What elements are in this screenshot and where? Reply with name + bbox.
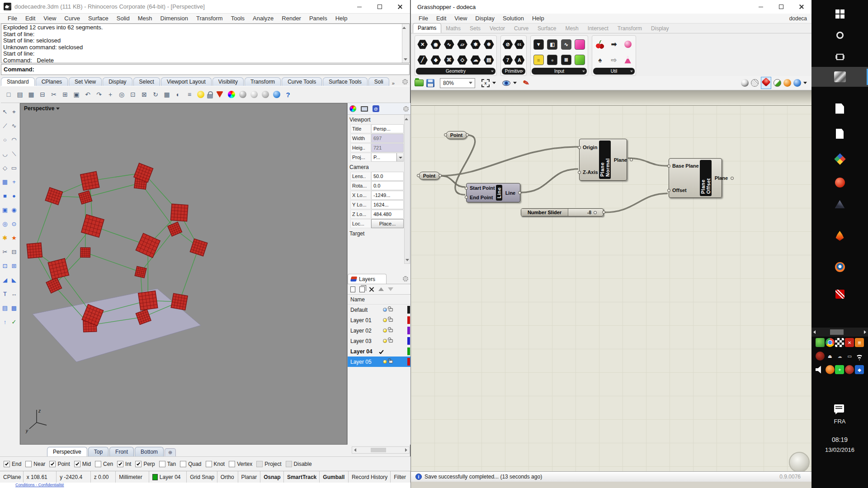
scroll-right-icon[interactable] <box>864 330 866 334</box>
menu-item-curve[interactable]: Curve <box>60 15 84 22</box>
open-document-icon[interactable] <box>415 80 424 86</box>
toolbar-tab-standard[interactable]: Standard <box>1 77 35 86</box>
loft-icon[interactable]: ◉ <box>9 203 19 217</box>
palette-group-label-primitive[interactable]: Primitive <box>502 68 525 75</box>
layer-color-swatch[interactable] <box>407 358 410 366</box>
paste-icon[interactable]: ▣ <box>71 89 81 99</box>
light-bulb-icon[interactable] <box>197 91 204 98</box>
osnap-vertex[interactable]: Vertex <box>229 461 252 467</box>
input-button-icon[interactable]: ▼ <box>533 39 544 50</box>
toolbar-tab-surface-tools[interactable]: Surface Tools <box>323 77 368 86</box>
clock-time[interactable]: 08:19 <box>811 436 868 443</box>
plane-normal-component[interactable]: Origin Z-Axis Plane Normal Plane <box>579 139 627 181</box>
display-blue-icon[interactable] <box>793 79 801 87</box>
checkbox-disable[interactable] <box>286 461 292 467</box>
osnap-near[interactable]: Near <box>25 461 45 467</box>
tabs-overflow-icon[interactable]: » <box>390 80 396 86</box>
tray-app-green-box[interactable]: + <box>835 365 844 374</box>
open-file-icon[interactable]: ▤ <box>15 89 25 99</box>
toolbar-tab-cplanes[interactable]: CPlanes <box>36 77 68 86</box>
properties-scrollbar[interactable] <box>404 115 410 264</box>
zoom-window-icon[interactable]: ⊡ <box>128 89 138 99</box>
properties-tab-icon[interactable] <box>349 105 356 112</box>
number-slider-grip[interactable] <box>594 211 597 214</box>
palette-group-label-input[interactable]: Input <box>532 68 587 75</box>
tray-checkered[interactable] <box>835 338 844 347</box>
scroll-up-icon[interactable] <box>402 27 406 29</box>
cloud-icon[interactable]: ☁ <box>835 352 844 361</box>
viewport-title[interactable]: Perspective <box>24 105 54 112</box>
status-y-2420-4[interactable]: y -2420.4 <box>57 471 90 483</box>
gh-tab-transform[interactable]: Transform <box>613 24 646 33</box>
select-target-icon[interactable]: ⌖ <box>9 105 19 119</box>
input-number-slider-icon[interactable]: ≡ <box>533 55 544 65</box>
scroll-right-icon[interactable] <box>405 448 407 452</box>
surface-icon[interactable]: ▣ <box>0 203 9 217</box>
checkbox-vertex[interactable] <box>229 461 235 467</box>
util-cluster-icon[interactable] <box>624 41 632 48</box>
layer-visibility-bulb-icon[interactable] <box>383 328 387 333</box>
gh-close-button[interactable] <box>791 0 811 14</box>
checkbox-project[interactable] <box>256 461 263 467</box>
photo-app-button[interactable] <box>811 194 868 214</box>
gh-tab-surface[interactable]: Surface <box>533 24 561 33</box>
gh-tab-intersect[interactable]: Intersect <box>583 24 613 33</box>
property-value-heig[interactable]: 721 <box>371 143 404 152</box>
move-layer-down-icon[interactable] <box>388 287 393 291</box>
curve-freeform-icon[interactable]: ◡ <box>0 147 9 161</box>
tray-app-red-tile[interactable]: ✕ <box>845 338 854 347</box>
toolbar-tab-soli[interactable]: Soli <box>368 77 389 86</box>
palette-group-label-geometry[interactable]: Geometry <box>416 68 495 75</box>
property-value-x-lo[interactable]: -1249... <box>371 191 404 200</box>
zoom-level-dropdown[interactable]: 80% <box>440 78 475 88</box>
polygon-icon[interactable]: ◇ <box>0 161 9 175</box>
gh-tab-display[interactable]: Display <box>646 24 673 33</box>
battery-icon[interactable]: ▭ <box>845 352 854 361</box>
union-icon[interactable]: ⊞ <box>9 259 19 273</box>
menu-item-analyze[interactable]: Analyze <box>249 15 278 22</box>
status-osnap[interactable]: Osnap <box>260 471 284 483</box>
dodecahedron-model[interactable]: zy <box>20 103 348 445</box>
cortana-button[interactable] <box>811 25 868 45</box>
input-graph-mapper-icon[interactable]: ∿ <box>561 39 571 50</box>
viewport-title-menu[interactable]: Perspective <box>24 105 60 112</box>
property-value-loc[interactable]: Place... <box>371 219 404 228</box>
layers-gear-icon[interactable] <box>403 276 408 282</box>
menu-item-render[interactable]: Render <box>278 15 305 22</box>
status-x-108-61[interactable]: x 108.61 <box>24 471 57 483</box>
checkbox-tan[interactable] <box>159 461 165 467</box>
preview-eye-icon[interactable] <box>502 80 510 86</box>
fillet-icon[interactable]: ◢ <box>0 273 9 287</box>
menu-item-transform[interactable]: Transform <box>192 15 227 22</box>
param-cloud-icon[interactable]: ☁ <box>470 55 481 65</box>
util-galapagos-icon[interactable]: ♠ <box>594 55 605 65</box>
util-cherry-picker-icon[interactable] <box>595 40 604 49</box>
command-history[interactable]: Exploded 12 curves into 62 segments.Star… <box>1 23 410 63</box>
task-view-button[interactable] <box>811 47 868 67</box>
origin-input-nub[interactable] <box>578 146 581 149</box>
param-number-icon[interactable]: 7 <box>502 55 513 65</box>
layer-lock-icon[interactable] <box>389 360 393 363</box>
menu-item-help[interactable]: Help <box>331 15 352 22</box>
gh-minimize-button[interactable] <box>750 0 771 14</box>
checkbox-cen[interactable] <box>95 461 101 467</box>
toolbar-tab-set-view[interactable]: Set View <box>69 77 102 86</box>
param-plane-icon[interactable]: ⌘ <box>443 55 454 65</box>
param-mesh-icon[interactable]: ❄ <box>483 39 494 49</box>
menu-item-panels[interactable]: Panels <box>305 15 331 22</box>
checkbox-mid[interactable] <box>74 461 80 467</box>
util-fitness-icon[interactable] <box>624 56 632 64</box>
end-point-input-nub[interactable] <box>465 196 468 199</box>
explode-icon[interactable]: ✱ <box>0 231 9 245</box>
input-control-knob-icon[interactable]: ● <box>547 55 557 65</box>
status-cplane[interactable]: CPlane <box>0 471 24 483</box>
info-tab-icon[interactable]: @ <box>373 105 379 112</box>
dimension-icon[interactable]: ↔ <box>9 287 19 301</box>
property-value-z-lo[interactable]: 484.480 <box>371 210 404 219</box>
layer-lock-icon[interactable] <box>389 339 393 343</box>
object-properties-icon[interactable]: ≡ <box>184 89 194 99</box>
menu-item-tools[interactable]: Tools <box>227 15 249 22</box>
split-icon[interactable]: ★ <box>9 231 19 245</box>
osnap-disable[interactable]: Disable <box>286 461 312 467</box>
gh-tab-curve[interactable]: Curve <box>509 24 533 33</box>
